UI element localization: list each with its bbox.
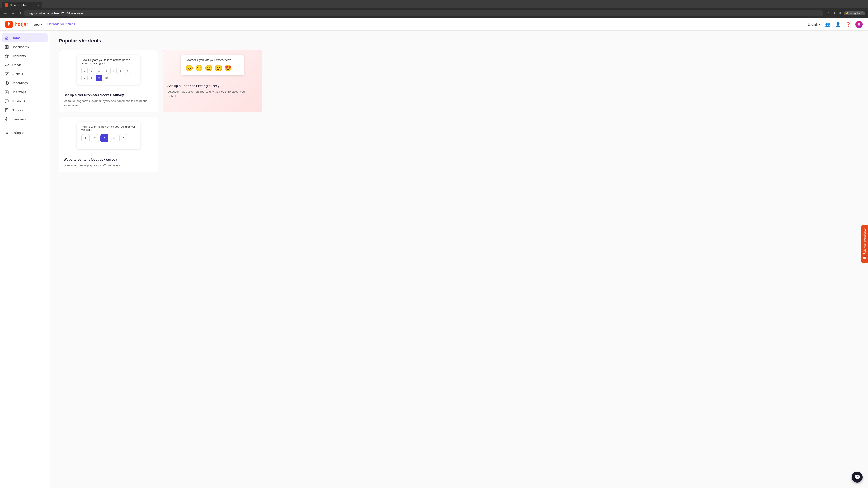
emoji-option[interactable]: 😕	[195, 64, 203, 72]
nps-btn-5[interactable]: 5	[118, 68, 124, 74]
upgrade-link[interactable]: Upgrade your plans	[48, 22, 75, 26]
app-header: hotjar web ▾ Upgrade your plans English …	[0, 18, 868, 31]
svg-rect-4	[7, 47, 8, 48]
card-feedback-rating[interactable]: How would you rate your experience? 😠😕😐🙂…	[163, 50, 262, 112]
emoji-option[interactable]: 😠	[185, 64, 193, 72]
card-website-content[interactable]: How relevant is the content you found on…	[59, 117, 158, 172]
hotjar-logo: hotjar	[5, 21, 28, 28]
sidebar-item-dashboards[interactable]: Dashboards	[0, 42, 50, 52]
svg-rect-2	[7, 45, 8, 46]
card-desc: Does your messaging resonate? Find ways …	[64, 163, 153, 168]
svg-rect-3	[5, 47, 6, 48]
rating-bar	[92, 144, 103, 145]
sidebar-label-interviews: Interviews	[12, 118, 26, 121]
tab-nav	[863, 4, 866, 6]
feedback-icon	[4, 99, 9, 103]
rating-btn-2[interactable]: 2	[91, 134, 99, 142]
nps-btn-10[interactable]: 10	[103, 75, 110, 81]
home-icon	[4, 36, 9, 40]
language-selector[interactable]: English ▾	[808, 23, 820, 26]
header-right: English ▾ 👥 👤 ❓ U	[808, 21, 863, 28]
sidebar-item-surveys[interactable]: Surveys	[0, 106, 50, 115]
nps-btn-2[interactable]: 2	[96, 68, 102, 74]
back-button[interactable]: ←	[3, 10, 8, 16]
sidebar-item-recordings[interactable]: Recordings	[0, 78, 50, 88]
sidebar-item-funnels[interactable]: Funnels	[0, 70, 50, 78]
main-layout: Home Dashboards Highlights Trends Funnel…	[0, 31, 868, 488]
extension-icon[interactable]: ⧉	[839, 11, 841, 15]
svg-marker-5	[5, 55, 8, 58]
address-bar[interactable]	[24, 10, 824, 16]
card-info: Set up a Feedback rating survey Discover…	[163, 80, 262, 103]
main-content: Popular shortcuts How likely are you to …	[50, 31, 868, 488]
collapse-button[interactable]: Collapse	[0, 128, 50, 137]
forward-button[interactable]: →	[10, 10, 16, 16]
emoji-widget: How would you rate your experience? 😠😕😐🙂…	[181, 55, 244, 75]
add-user-icon[interactable]: 👤	[835, 21, 841, 28]
nps-btn-3[interactable]: 3	[103, 68, 110, 74]
chat-icon: 💬	[854, 474, 860, 480]
tab-close-button[interactable]: ✕	[37, 3, 40, 7]
rating-btn-3[interactable]: 3	[100, 134, 108, 142]
sidebar-item-trends[interactable]: Trends	[0, 61, 50, 70]
card-nps[interactable]: How likely are you to recommend us to a …	[59, 50, 158, 112]
nps-btn-9[interactable]: 9	[96, 75, 102, 81]
reload-button[interactable]: ↻	[17, 10, 22, 16]
emoji-row: 😠😕😐🙂😍	[185, 64, 240, 72]
card-desc: Discover how customers feel and what the…	[167, 90, 257, 98]
card-title: Website content feedback survey	[64, 158, 153, 161]
sidebar-item-home[interactable]: Home	[2, 33, 48, 42]
tab-title: Home - Hotjar	[10, 4, 35, 7]
language-label: English	[808, 23, 818, 26]
incognito-badge: 🕵 Incognito (2)	[844, 11, 865, 15]
funnels-icon	[4, 72, 9, 76]
active-tab[interactable]: H Home - Hotjar ✕	[2, 2, 42, 8]
nps-widget: How likely are you to recommend us to a …	[77, 55, 140, 85]
web-chevron-icon: ▾	[40, 23, 42, 26]
heatmaps-icon	[4, 90, 9, 94]
emoji-option[interactable]: 😐	[205, 64, 213, 72]
sidebar-item-interviews[interactable]: Interviews	[0, 115, 50, 124]
nps-btn-4[interactable]: 4	[110, 68, 117, 74]
card-desc: Measure long-term customer loyalty and h…	[64, 99, 153, 107]
rating-btn-1[interactable]: 1	[81, 134, 90, 142]
avatar[interactable]: U	[855, 21, 863, 28]
nps-btn-1[interactable]: 1	[89, 68, 95, 74]
card-info: Set up a Net Promoter Score® survey Meas…	[59, 89, 158, 112]
emoji-option[interactable]: 🙂	[215, 64, 222, 72]
sidebar-item-feedback[interactable]: Feedback	[0, 97, 50, 106]
rating-buttons: 12345	[81, 134, 135, 142]
rating-btn-4[interactable]: 4	[110, 134, 118, 142]
highlights-icon	[4, 54, 9, 58]
download-icon[interactable]: ⬇	[833, 11, 836, 15]
incognito-icon: 🕵	[846, 12, 849, 15]
sidebar-item-highlights[interactable]: Highlights	[0, 52, 50, 61]
bookmark-icon[interactable]: ☆	[827, 11, 830, 15]
nps-btn-7[interactable]: 7	[81, 75, 88, 81]
rating-bars	[81, 144, 135, 145]
rate-tab-label: Rate your experience	[863, 228, 866, 254]
card-preview: How would you rate your experience? 😠😕😐🙂…	[163, 51, 262, 80]
emoji-option[interactable]: 😍	[224, 64, 232, 72]
sidebar: Home Dashboards Highlights Trends Funnel…	[0, 31, 50, 488]
help-icon[interactable]: ❓	[845, 21, 852, 28]
new-tab-button[interactable]: +	[43, 2, 51, 8]
web-selector[interactable]: web ▾	[32, 22, 44, 27]
dashboards-icon	[4, 45, 9, 49]
card-preview: How relevant is the content you found on…	[59, 117, 158, 154]
card-title: Set up a Net Promoter Score® survey	[64, 93, 153, 97]
rating-bar	[81, 144, 92, 145]
language-chevron-icon: ▾	[819, 23, 820, 26]
chat-button[interactable]: 💬	[852, 472, 863, 483]
rate-experience-tab[interactable]: 💬 Rate your experience	[861, 225, 868, 263]
nps-btn-6[interactable]: 6	[125, 68, 131, 74]
hotjar-logo-icon	[5, 21, 13, 28]
sidebar-label-recordings: Recordings	[12, 81, 28, 85]
share-icon[interactable]: 👥	[824, 21, 831, 28]
rating-bar	[125, 144, 135, 145]
sidebar-item-heatmaps[interactable]: Heatmaps	[0, 88, 50, 97]
svg-rect-1	[5, 45, 6, 46]
nps-btn-8[interactable]: 8	[89, 75, 95, 81]
rating-btn-5[interactable]: 5	[119, 134, 127, 142]
nps-btn-0[interactable]: 0	[81, 68, 88, 74]
